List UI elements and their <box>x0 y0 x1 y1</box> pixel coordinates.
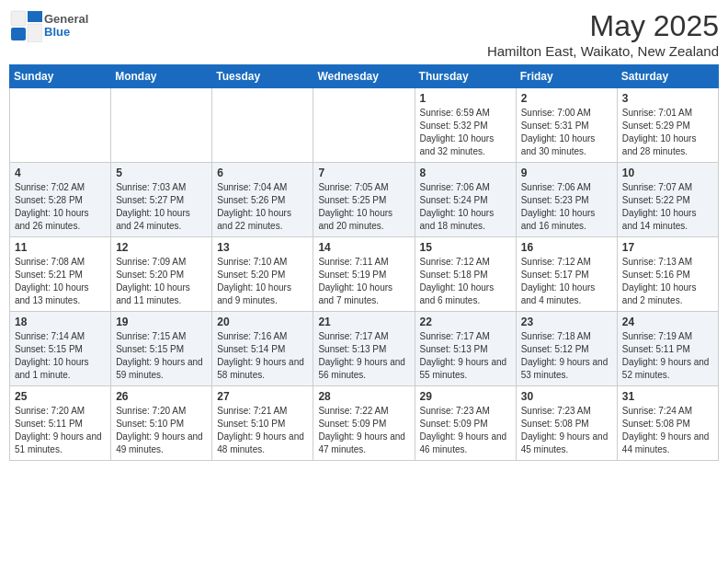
day-info: Sunrise: 7:00 AMSunset: 5:31 PMDaylight:… <box>521 107 612 158</box>
weekday-header-wednesday: Wednesday <box>313 65 415 88</box>
day-info: Sunrise: 7:23 AMSunset: 5:09 PMDaylight:… <box>420 405 511 456</box>
day-info: Sunrise: 7:06 AMSunset: 5:23 PMDaylight:… <box>521 181 612 233</box>
day-info: Sunrise: 7:19 AMSunset: 5:11 PMDaylight:… <box>622 330 713 382</box>
day-number: 31 <box>622 390 713 403</box>
day-info: Sunrise: 7:17 AMSunset: 5:13 PMDaylight:… <box>420 330 511 382</box>
weekday-header-monday: Monday <box>111 65 212 88</box>
day-info: Sunrise: 7:21 AMSunset: 5:10 PMDaylight:… <box>217 405 308 456</box>
week-row-3: 11Sunrise: 7:08 AMSunset: 5:21 PMDayligh… <box>10 237 719 312</box>
day-cell-31: 31Sunrise: 7:24 AMSunset: 5:08 PMDayligh… <box>617 386 718 461</box>
day-number: 18 <box>15 316 106 328</box>
day-number: 21 <box>318 316 409 328</box>
svg-marker-2 <box>28 11 42 22</box>
day-number: 14 <box>318 241 409 254</box>
day-cell-11: 11Sunrise: 7:08 AMSunset: 5:21 PMDayligh… <box>10 237 111 312</box>
svg-marker-3 <box>28 24 42 42</box>
day-cell-19: 19Sunrise: 7:15 AMSunset: 5:15 PMDayligh… <box>111 312 212 386</box>
day-info: Sunrise: 7:10 AMSunset: 5:20 PMDaylight:… <box>217 256 308 307</box>
day-number: 27 <box>217 390 308 403</box>
day-number: 13 <box>217 241 308 254</box>
location-title: Hamilton East, Waikato, New Zealand <box>487 43 719 59</box>
day-number: 29 <box>420 390 511 403</box>
day-cell-22: 22Sunrise: 7:17 AMSunset: 5:13 PMDayligh… <box>415 312 516 386</box>
day-cell-6: 6Sunrise: 7:04 AMSunset: 5:26 PMDaylight… <box>212 163 313 237</box>
day-cell-3: 3Sunrise: 7:01 AMSunset: 5:29 PMDaylight… <box>617 88 718 163</box>
day-cell-27: 27Sunrise: 7:21 AMSunset: 5:10 PMDayligh… <box>212 386 313 461</box>
week-row-5: 25Sunrise: 7:20 AMSunset: 5:11 PMDayligh… <box>10 386 719 461</box>
day-info: Sunrise: 6:59 AMSunset: 5:32 PMDaylight:… <box>420 107 511 158</box>
day-cell-17: 17Sunrise: 7:13 AMSunset: 5:16 PMDayligh… <box>617 237 718 312</box>
empty-cell <box>10 88 111 163</box>
page-header: General Blue May 2025 Hamilton East, Wai… <box>9 9 719 59</box>
day-number: 6 <box>217 167 308 179</box>
svg-rect-1 <box>11 28 26 40</box>
day-info: Sunrise: 7:20 AMSunset: 5:11 PMDaylight:… <box>15 405 106 456</box>
day-number: 10 <box>622 167 713 179</box>
logo-text: General Blue <box>44 13 88 40</box>
logo-container: General Blue <box>9 9 88 42</box>
day-cell-7: 7Sunrise: 7:05 AMSunset: 5:25 PMDaylight… <box>313 163 415 237</box>
weekday-header-tuesday: Tuesday <box>212 65 313 88</box>
weekday-header-thursday: Thursday <box>415 65 516 88</box>
day-number: 22 <box>420 316 511 328</box>
day-number: 25 <box>15 390 106 403</box>
day-number: 12 <box>116 241 207 254</box>
day-cell-14: 14Sunrise: 7:11 AMSunset: 5:19 PMDayligh… <box>313 237 415 312</box>
day-cell-21: 21Sunrise: 7:17 AMSunset: 5:13 PMDayligh… <box>313 312 415 386</box>
day-info: Sunrise: 7:24 AMSunset: 5:08 PMDaylight:… <box>622 405 713 456</box>
weekday-header-row: SundayMondayTuesdayWednesdayThursdayFrid… <box>10 65 719 88</box>
day-cell-1: 1Sunrise: 6:59 AMSunset: 5:32 PMDaylight… <box>415 88 516 163</box>
svg-rect-0 <box>11 11 26 26</box>
day-cell-18: 18Sunrise: 7:14 AMSunset: 5:15 PMDayligh… <box>10 312 111 386</box>
empty-cell <box>212 88 313 163</box>
day-cell-24: 24Sunrise: 7:19 AMSunset: 5:11 PMDayligh… <box>617 312 718 386</box>
day-cell-25: 25Sunrise: 7:20 AMSunset: 5:11 PMDayligh… <box>10 386 111 461</box>
day-cell-8: 8Sunrise: 7:06 AMSunset: 5:24 PMDaylight… <box>415 163 516 237</box>
day-number: 20 <box>217 316 308 328</box>
day-number: 11 <box>15 241 106 254</box>
day-number: 9 <box>521 167 612 179</box>
week-row-1: 1Sunrise: 6:59 AMSunset: 5:32 PMDaylight… <box>10 88 719 163</box>
day-cell-15: 15Sunrise: 7:12 AMSunset: 5:18 PMDayligh… <box>415 237 516 312</box>
day-info: Sunrise: 7:02 AMSunset: 5:28 PMDaylight:… <box>15 181 106 233</box>
day-info: Sunrise: 7:12 AMSunset: 5:18 PMDaylight:… <box>420 256 511 307</box>
week-row-4: 18Sunrise: 7:14 AMSunset: 5:15 PMDayligh… <box>10 312 719 386</box>
day-number: 7 <box>318 167 409 179</box>
day-number: 28 <box>318 390 409 403</box>
day-info: Sunrise: 7:11 AMSunset: 5:19 PMDaylight:… <box>318 256 409 307</box>
day-info: Sunrise: 7:20 AMSunset: 5:10 PMDaylight:… <box>116 405 207 456</box>
day-cell-29: 29Sunrise: 7:23 AMSunset: 5:09 PMDayligh… <box>415 386 516 461</box>
day-cell-20: 20Sunrise: 7:16 AMSunset: 5:14 PMDayligh… <box>212 312 313 386</box>
day-info: Sunrise: 7:07 AMSunset: 5:22 PMDaylight:… <box>622 181 713 233</box>
day-cell-28: 28Sunrise: 7:22 AMSunset: 5:09 PMDayligh… <box>313 386 415 461</box>
day-info: Sunrise: 7:14 AMSunset: 5:15 PMDaylight:… <box>15 330 106 382</box>
title-area: May 2025 Hamilton East, Waikato, New Zea… <box>487 9 719 59</box>
day-cell-2: 2Sunrise: 7:00 AMSunset: 5:31 PMDaylight… <box>516 88 617 163</box>
weekday-header-sunday: Sunday <box>10 65 111 88</box>
day-info: Sunrise: 7:03 AMSunset: 5:27 PMDaylight:… <box>116 181 207 233</box>
day-number: 1 <box>420 92 511 105</box>
day-info: Sunrise: 7:16 AMSunset: 5:14 PMDaylight:… <box>217 330 308 382</box>
day-info: Sunrise: 7:06 AMSunset: 5:24 PMDaylight:… <box>420 181 511 233</box>
day-info: Sunrise: 7:08 AMSunset: 5:21 PMDaylight:… <box>15 256 106 307</box>
day-info: Sunrise: 7:09 AMSunset: 5:20 PMDaylight:… <box>116 256 207 307</box>
day-info: Sunrise: 7:15 AMSunset: 5:15 PMDaylight:… <box>116 330 207 382</box>
day-cell-9: 9Sunrise: 7:06 AMSunset: 5:23 PMDaylight… <box>516 163 617 237</box>
day-number: 5 <box>116 167 207 179</box>
day-number: 8 <box>420 167 511 179</box>
day-number: 2 <box>521 92 612 105</box>
day-number: 30 <box>521 390 612 403</box>
day-info: Sunrise: 7:17 AMSunset: 5:13 PMDaylight:… <box>318 330 409 382</box>
day-info: Sunrise: 7:13 AMSunset: 5:16 PMDaylight:… <box>622 256 713 307</box>
weekday-header-saturday: Saturday <box>617 65 718 88</box>
day-cell-30: 30Sunrise: 7:23 AMSunset: 5:08 PMDayligh… <box>516 386 617 461</box>
day-cell-5: 5Sunrise: 7:03 AMSunset: 5:27 PMDaylight… <box>111 163 212 237</box>
day-number: 4 <box>15 167 106 179</box>
day-info: Sunrise: 7:12 AMSunset: 5:17 PMDaylight:… <box>521 256 612 307</box>
logo: General Blue <box>9 9 88 42</box>
day-cell-23: 23Sunrise: 7:18 AMSunset: 5:12 PMDayligh… <box>516 312 617 386</box>
day-number: 26 <box>116 390 207 403</box>
logo-graphic <box>9 9 42 42</box>
day-number: 17 <box>622 241 713 254</box>
day-cell-4: 4Sunrise: 7:02 AMSunset: 5:28 PMDaylight… <box>10 163 111 237</box>
